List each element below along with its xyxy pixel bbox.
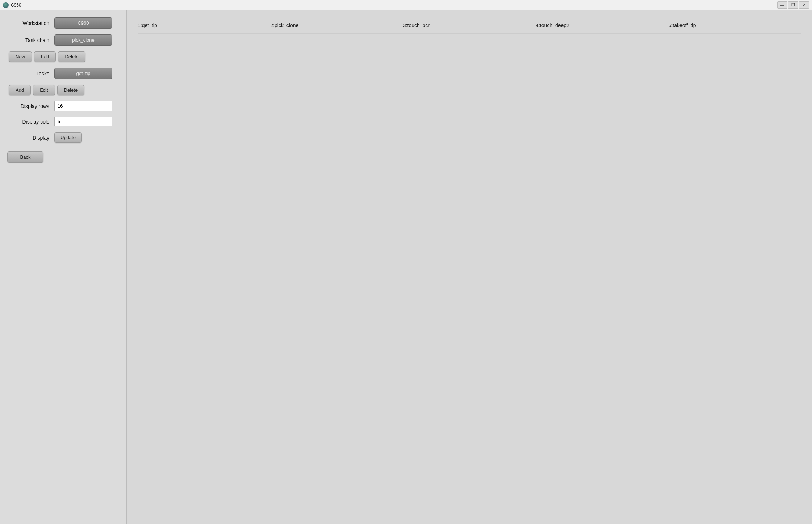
maximize-button[interactable]: ❐: [788, 1, 798, 9]
display-rows-row: Display rows:: [7, 101, 119, 111]
task-add-button[interactable]: Add: [9, 85, 31, 95]
task-col-4: 4:touch_deep2: [536, 17, 668, 33]
title-bar: C960 — ❐ ✕: [0, 0, 812, 10]
task-columns-header: 1:get_tip 2:pick_clone 3:touch_pcr 4:tou…: [138, 17, 801, 34]
taskchain-label: Task chain:: [7, 37, 51, 43]
close-button[interactable]: ✕: [799, 1, 809, 9]
title-bar-left: C960: [3, 2, 21, 8]
task-col-5: 5:takeoff_tip: [669, 17, 801, 33]
display-cols-label: Display cols:: [7, 119, 51, 125]
taskchain-new-button[interactable]: New: [9, 51, 32, 62]
update-button[interactable]: Update: [54, 132, 82, 143]
tasks-label: Tasks:: [7, 71, 51, 76]
task-col-2: 2:pick_clone: [270, 17, 403, 33]
taskchain-row: Task chain: pick_clone: [7, 34, 119, 46]
display-cols-row: Display cols:: [7, 117, 119, 126]
taskchain-delete-button[interactable]: Delete: [58, 51, 85, 62]
right-panel: 1:get_tip 2:pick_clone 3:touch_pcr 4:tou…: [127, 10, 812, 524]
app-title: C960: [11, 3, 21, 8]
display-row: Display: Update: [7, 132, 119, 143]
workstation-row: Workstation: C960: [7, 17, 119, 29]
minimize-button[interactable]: —: [777, 1, 787, 9]
display-rows-label: Display rows:: [7, 103, 51, 109]
app-body: Workstation: C960 Task chain: pick_clone…: [0, 10, 812, 524]
task-col-3: 3:touch_pcr: [403, 17, 536, 33]
display-cols-input[interactable]: [54, 117, 112, 126]
tasks-dropdown[interactable]: get_tip: [54, 68, 112, 79]
display-label: Display:: [7, 135, 51, 141]
workstation-label: Workstation:: [7, 20, 51, 26]
taskchain-dropdown[interactable]: pick_clone: [54, 34, 112, 46]
window-controls: — ❐ ✕: [777, 1, 809, 9]
left-panel: Workstation: C960 Task chain: pick_clone…: [0, 10, 127, 524]
workstation-dropdown[interactable]: C960: [54, 17, 112, 29]
task-buttons: Add Edit Delete: [9, 85, 119, 95]
taskchain-buttons: New Edit Delete: [9, 51, 119, 62]
task-col-1: 1:get_tip: [138, 17, 270, 33]
task-delete-button[interactable]: Delete: [57, 85, 85, 95]
taskchain-edit-button[interactable]: Edit: [34, 51, 56, 62]
display-rows-input[interactable]: [54, 101, 112, 111]
task-edit-button[interactable]: Edit: [33, 85, 55, 95]
tasks-row: Tasks: get_tip: [7, 68, 119, 79]
back-button[interactable]: Back: [7, 151, 43, 163]
app-icon: [3, 2, 9, 8]
